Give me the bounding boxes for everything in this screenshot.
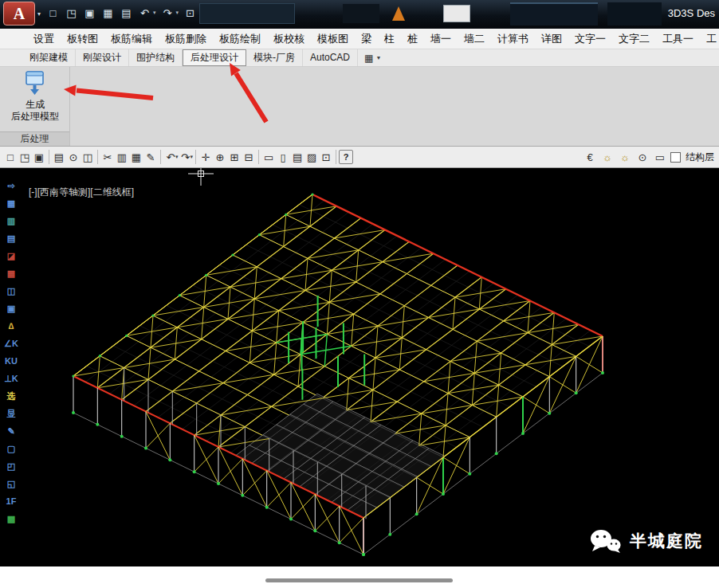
tab-active[interactable]: 后处理设计 — [183, 49, 246, 66]
bottom-indicator-bar — [265, 578, 453, 582]
layout-icon[interactable]: ▯ — [276, 150, 290, 164]
cut-icon[interactable]: ✂ — [100, 150, 115, 164]
menu-item[interactable]: 文字二 — [612, 29, 656, 49]
pan-arrow-icon[interactable]: ⇨ — [2, 178, 20, 194]
save-icon[interactable]: ▣ — [32, 150, 46, 164]
grid-icon[interactable]: ▦ — [2, 195, 20, 211]
watermark: 半城庭院 — [590, 528, 703, 554]
ku-icon[interactable]: KU — [2, 353, 20, 369]
undo-icon[interactable]: ↶ — [138, 6, 151, 20]
generate-model-icon — [23, 70, 47, 96]
structural-model — [0, 168, 719, 566]
menu-item[interactable]: 墙一 — [424, 29, 458, 49]
red-grid-icon[interactable]: ▦ — [2, 265, 20, 281]
rows-icon[interactable]: ▤ — [2, 230, 20, 246]
floor-1f-icon[interactable]: 1F — [2, 493, 20, 509]
green-solid-icon[interactable]: ▩ — [2, 511, 20, 527]
display-icon[interactable]: 显 — [2, 406, 20, 421]
menu-item[interactable]: 文字一 — [568, 29, 612, 49]
tab-item[interactable]: 刚架设计 — [76, 49, 129, 66]
edit-icon[interactable]: ✎ — [2, 423, 20, 439]
button-label-line1: 生成 — [0, 99, 70, 111]
viewport-label[interactable]: [-][西南等轴测][二维线框] — [29, 186, 134, 199]
menu-item[interactable]: 墙二 — [458, 29, 491, 49]
select-icon[interactable]: 选 — [2, 388, 20, 404]
table-icon[interactable]: ▥ — [2, 213, 20, 229]
menu-item[interactable]: 柱 — [378, 29, 401, 49]
paste-icon[interactable]: ▦ — [129, 150, 143, 164]
drawing-canvas[interactable]: [-][西南等轴测][二维线框] ⇨▦▥▤◪▦◫▣∆∠KKU⊥K选显✎▢◰◱1F… — [0, 168, 719, 566]
titlebar: A ▾ □◳▣▦▤↶▾↷▾⊡ 3D3S Des — [0, 0, 719, 29]
half-section-icon[interactable]: ◪ — [2, 248, 20, 264]
tool-palettes-icon[interactable]: ▨ — [304, 150, 319, 164]
zoom-previous-icon[interactable]: ⊟ — [242, 150, 256, 164]
redo-caret-icon[interactable]: ▾ — [191, 154, 194, 160]
model-space-icon[interactable]: ▭ — [261, 150, 276, 164]
angle-k-icon[interactable]: ∠K — [2, 335, 20, 351]
desktop-thumbnail — [199, 3, 295, 24]
tab-item[interactable]: 刚架建模 — [22, 49, 76, 66]
save-as-icon[interactable]: ▦ — [101, 6, 115, 20]
app-logo-button[interactable]: A — [3, 2, 35, 25]
zoom-window-icon[interactable]: ⊞ — [227, 150, 242, 164]
workspace-switch-icon[interactable]: ⊡ — [183, 6, 197, 20]
menu-item[interactable]: 计算书 — [491, 29, 535, 49]
redo-caret-icon[interactable]: ▾ — [176, 10, 179, 16]
save-icon[interactable]: ▣ — [83, 6, 96, 20]
menu-item[interactable]: 设置 — [27, 29, 61, 49]
layer-top-icon[interactable]: ◰ — [2, 458, 20, 474]
triangle-icon[interactable]: ∆ — [2, 318, 20, 334]
menu-item[interactable]: 板筋编辑 — [104, 29, 159, 49]
menu-item[interactable]: 板校核 — [267, 29, 311, 49]
help-icon[interactable]: ? — [339, 150, 353, 164]
menu-item[interactable]: 板筋删除 — [159, 29, 213, 49]
tab-item[interactable]: AutoCAD — [303, 49, 358, 66]
perp-k-icon[interactable]: ⊥K — [2, 370, 20, 386]
match-properties-icon[interactable]: ✎ — [143, 150, 158, 164]
plot-icon[interactable]: ▤ — [52, 150, 66, 164]
menu-item[interactable]: 梁 — [355, 29, 378, 49]
print-icon[interactable]: ▤ — [120, 6, 133, 20]
new-icon[interactable]: □ — [3, 150, 18, 164]
publish-icon[interactable]: ◫ — [81, 150, 95, 164]
toolbar-separator — [160, 150, 161, 164]
layer-bottom-icon[interactable]: ◱ — [2, 476, 20, 492]
fields-icon[interactable]: € — [583, 150, 597, 164]
plot-preview-icon[interactable]: ⊙ — [66, 150, 81, 164]
generate-postprocess-model-button[interactable]: 生成 后处理模型 — [0, 70, 70, 123]
module-selector[interactable]: ▦▼ — [364, 49, 381, 66]
desktop-thumbnail — [443, 5, 470, 22]
menu-item[interactable]: 桩 — [401, 29, 424, 49]
menu-item[interactable]: 板转图 — [61, 29, 104, 49]
window-icon[interactable]: ◫ — [2, 283, 20, 299]
menu-item[interactable]: 工 — [700, 29, 719, 49]
cone-icon — [392, 6, 405, 21]
pan-icon[interactable]: ✛ — [198, 150, 213, 164]
toolbar-separator — [49, 150, 49, 164]
disk-icon[interactable]: ▢ — [2, 441, 20, 457]
new-file-icon[interactable]: □ — [46, 6, 60, 20]
menu-item[interactable]: 模板图 — [311, 29, 355, 49]
quick-calc-icon[interactable]: ⊡ — [319, 150, 333, 164]
copy-icon[interactable]: ▥ — [115, 150, 129, 164]
open-icon[interactable]: ◳ — [18, 150, 32, 164]
layer-color-swatch-icon[interactable]: ▭ — [653, 150, 667, 164]
layer-freeze-bulb-icon[interactable]: ☼ — [618, 150, 632, 164]
layer-label: 结构层 — [686, 151, 714, 164]
properties-icon[interactable]: ▤ — [290, 150, 304, 164]
zoom-realtime-icon[interactable]: ⊕ — [213, 150, 227, 164]
layer-checkbox[interactable] — [670, 152, 681, 163]
tab-item[interactable]: 围护结构 — [129, 49, 183, 66]
menu-item[interactable]: 详图 — [535, 29, 568, 49]
app-menu-caret-icon[interactable]: ▾ — [37, 10, 41, 18]
panel-icon[interactable]: ▣ — [2, 300, 20, 316]
open-file-icon[interactable]: ◳ — [65, 6, 78, 20]
menu-item[interactable]: 工具一 — [656, 29, 700, 49]
tab-item[interactable]: 模块-厂房 — [246, 49, 303, 66]
undo-caret-icon[interactable]: ▾ — [153, 10, 156, 16]
redo-icon[interactable]: ↷ — [161, 6, 175, 20]
toolbar-separator — [258, 150, 259, 164]
menu-item[interactable]: 板筋绘制 — [213, 29, 267, 49]
layer-on-bulb-icon[interactable]: ☼ — [600, 150, 615, 164]
layer-lock-icon[interactable]: ⊙ — [635, 150, 650, 164]
